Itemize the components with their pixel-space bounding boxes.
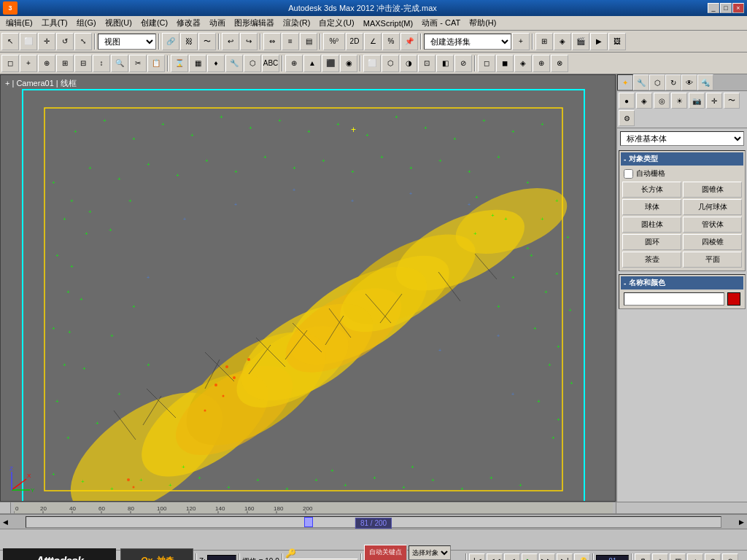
tb2-btn12[interactable]: ♦	[207, 55, 225, 72]
render-setup[interactable]: 🎬	[572, 33, 589, 50]
tab-hierarchy[interactable]: ⬡	[649, 74, 665, 90]
tab-display[interactable]: 👁	[681, 74, 697, 90]
restore-button[interactable]: □	[720, 3, 732, 13]
anim-prev-frame[interactable]: ◀	[504, 553, 520, 561]
named-selection-dropdown[interactable]: 创建选择集	[424, 34, 511, 50]
minimize-button[interactable]: _	[708, 3, 719, 13]
tb2-btn24[interactable]: ◧	[436, 55, 454, 72]
mirror-btn[interactable]: ⇔	[263, 33, 281, 50]
extra-btn5[interactable]: ⊕	[705, 553, 721, 561]
material-editor[interactable]: ◈	[554, 33, 571, 50]
tb2-btn6[interactable]: ↕	[93, 55, 110, 72]
name-collapse-btn[interactable]: -	[624, 279, 626, 287]
snap-angle[interactable]: ∠	[364, 33, 382, 50]
panel-icon-mesh[interactable]: ◈	[636, 93, 652, 109]
redo-btn[interactable]: ↪	[240, 33, 258, 50]
tb2-btn19[interactable]: ◉	[340, 55, 357, 72]
undo-btn[interactable]: ↩	[222, 33, 239, 50]
tb2-btn13[interactable]: 🔧	[225, 55, 243, 72]
tb2-btn20[interactable]: ⬜	[363, 55, 381, 72]
color-swatch[interactable]	[727, 292, 740, 306]
tb2-btn11[interactable]: ▦	[189, 55, 206, 72]
align-btn[interactable]: ≡	[282, 33, 299, 50]
view-dropdown[interactable]: 视图	[98, 34, 156, 50]
cylinder-button[interactable]: 圆柱体	[622, 217, 681, 233]
tb2-btn22[interactable]: ◑	[400, 55, 417, 72]
anim-prev-key[interactable]: ◀◀	[487, 553, 503, 561]
menu-graph-editor[interactable]: 图形编辑器	[230, 16, 279, 30]
percent-snap[interactable]: %⁰	[323, 33, 345, 50]
panel-icon-camera[interactable]: 📷	[689, 93, 705, 109]
box-button[interactable]: 长方体	[622, 182, 681, 198]
tb2-btn3[interactable]: ⊕	[38, 55, 55, 72]
extra-btn6[interactable]: ⊗	[722, 553, 738, 561]
tb2-btn9[interactable]: 📋	[147, 55, 165, 72]
tab-create[interactable]: ✦	[617, 74, 633, 90]
sphere-button[interactable]: 球体	[622, 199, 681, 215]
snap-2d[interactable]: 2D	[346, 33, 363, 50]
menu-render[interactable]: 渲染(R)	[279, 16, 314, 30]
z-input[interactable]	[207, 555, 236, 561]
quick-render[interactable]: ▶	[590, 33, 608, 50]
rotate-tool[interactable]: ↺	[56, 33, 74, 50]
select-tool[interactable]: ↖	[1, 33, 19, 50]
anim-play-all[interactable]: ▶▶	[539, 553, 555, 561]
tb2-btn2[interactable]: +	[20, 55, 37, 72]
menu-tools[interactable]: 工具(T)	[37, 16, 72, 30]
panel-icon-shape[interactable]: ◎	[654, 93, 670, 109]
anim-go-end[interactable]: ▶|	[557, 553, 573, 561]
auto-grid-checkbox[interactable]	[624, 169, 633, 179]
plane-button[interactable]: 平面	[683, 252, 742, 268]
panel-icon-spacewarp[interactable]: 〜	[724, 93, 740, 109]
pyramid-button[interactable]: 四棱锥	[683, 234, 742, 250]
tb2-btn28[interactable]: ◈	[514, 55, 532, 72]
anim-key-mode[interactable]: 🔑	[574, 553, 590, 561]
object-name-input[interactable]	[624, 292, 724, 306]
menu-edit[interactable]: 编辑(E)	[1, 16, 37, 30]
auto-key-button[interactable]: 自动关键点	[364, 545, 407, 561]
tab-utilities[interactable]: 🔩	[697, 74, 713, 90]
tb2-btn10[interactable]: ⌛	[171, 55, 188, 72]
tab-motion[interactable]: ↻	[665, 74, 681, 90]
extra-btn1[interactable]: ⚙	[635, 553, 651, 561]
menu-group[interactable]: 组(G)	[72, 16, 101, 30]
tb2-btn29[interactable]: ⊕	[533, 55, 550, 72]
extra-btn4[interactable]: ♦	[687, 553, 703, 561]
panel-icon-helper[interactable]: ✛	[706, 93, 722, 109]
menu-animation[interactable]: 动画	[205, 16, 230, 30]
timeline-left-arrow[interactable]: ◀	[0, 518, 11, 526]
extra-btn2[interactable]: ◈	[652, 553, 668, 561]
snap-pct2[interactable]: %	[382, 33, 400, 50]
move-tool[interactable]: ✛	[38, 33, 55, 50]
panel-icon-light[interactable]: ☀	[671, 93, 687, 109]
timeline-slider[interactable]: 81 / 200	[26, 516, 721, 528]
tb2-btn23[interactable]: ⊡	[418, 55, 436, 72]
tb2-btn21[interactable]: ⬡	[382, 55, 399, 72]
tb2-btn1[interactable]: ◻	[1, 55, 19, 72]
layer-btn[interactable]: ▤	[300, 33, 317, 50]
create-selection-set[interactable]: +	[512, 33, 530, 50]
window-controls[interactable]: _ □ ×	[708, 3, 744, 13]
menu-modifier[interactable]: 修改器	[172, 16, 205, 30]
tb2-btn27[interactable]: ◼	[496, 55, 514, 72]
unlink-tool[interactable]: ⛓	[180, 33, 198, 50]
tb2-btn4[interactable]: ⊞	[56, 55, 74, 72]
select-obj-dropdown[interactable]: 选择对象	[409, 545, 451, 560]
extra-btn3[interactable]: ▦	[670, 553, 686, 561]
scale-tool[interactable]: ⤡	[74, 33, 92, 50]
timeline-right-arrow[interactable]: ▶	[736, 518, 747, 526]
tb2-btn5[interactable]: ⊟	[74, 55, 92, 72]
tube-button[interactable]: 管状体	[683, 217, 742, 233]
panel-icon-sphere[interactable]: ●	[619, 93, 635, 109]
bind-spacewarp[interactable]: 〜	[198, 33, 216, 50]
menu-customize[interactable]: 自定义(U)	[314, 16, 358, 30]
collapse-btn[interactable]: -	[624, 155, 626, 163]
anim-play[interactable]: ▶	[522, 553, 538, 561]
tb2-btn26[interactable]: ◻	[478, 55, 495, 72]
frame-input[interactable]	[596, 555, 629, 561]
teapot-button[interactable]: 茶壶	[622, 252, 681, 268]
tb2-btn8[interactable]: ✂	[129, 55, 147, 72]
snap-toggle[interactable]: 📌	[400, 33, 418, 50]
menu-view[interactable]: 视图(U)	[101, 16, 136, 30]
tb2-btn15[interactable]: ABC	[262, 55, 279, 72]
